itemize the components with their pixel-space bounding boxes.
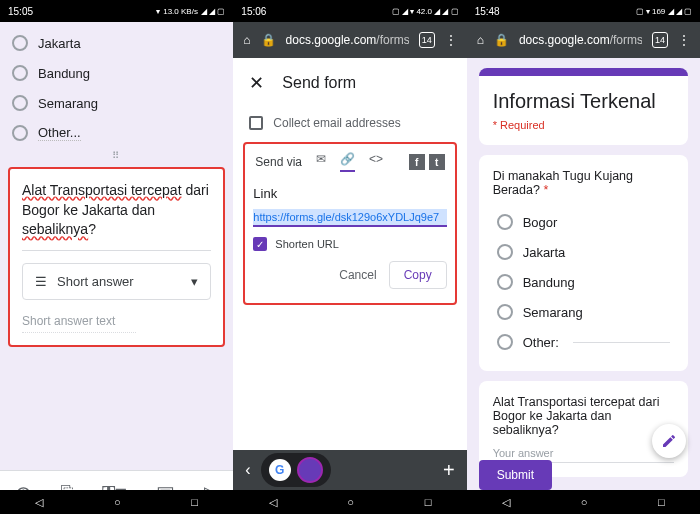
status-icons: ▢ ▾ 169 ◢ ◢ ▢: [636, 7, 692, 16]
radio-icon: [497, 334, 513, 350]
back-icon[interactable]: ◁: [502, 496, 510, 509]
question-text[interactable]: Alat Transportasi tercepat dari Bogor ke…: [22, 181, 211, 251]
shorten-url-row[interactable]: ✓ Shorten URL: [253, 237, 446, 251]
form-view-body: Informasi Terkenal * Required Di manakah…: [467, 58, 700, 514]
question-card[interactable]: Alat Transportasi tercepat dari Bogor ke…: [8, 167, 225, 347]
facebook-icon[interactable]: f: [409, 154, 425, 170]
radio-icon: [12, 95, 28, 111]
chevron-down-icon: ▾: [191, 274, 198, 289]
tab-count[interactable]: 14: [419, 32, 435, 48]
short-answer-icon: ☰: [35, 274, 47, 289]
status-icons: ▢ ◢ ▾ 42.0 ◢ ◢ ▢: [392, 7, 459, 16]
embed-icon[interactable]: <>: [369, 152, 383, 172]
home-icon[interactable]: ⌂: [243, 33, 250, 47]
send-via-row: Send via ✉ 🔗 <> f t: [253, 152, 446, 174]
form-title: Informasi Terkenal: [493, 90, 674, 113]
lock-icon: 🔒: [261, 33, 276, 47]
option-bandung[interactable]: Bandung: [493, 267, 674, 297]
url-text: docs.google.com/forms: [286, 33, 409, 47]
home-icon[interactable]: ○: [581, 496, 588, 508]
chrome-pill[interactable]: G: [261, 453, 331, 487]
short-answer-placeholder: Short answer text: [22, 314, 136, 333]
close-icon[interactable]: ✕: [249, 72, 264, 94]
submit-button[interactable]: Submit: [479, 460, 552, 490]
link-actions: Cancel Copy: [253, 261, 446, 289]
collect-emails-row[interactable]: Collect email addresses: [233, 108, 466, 138]
option-bogor[interactable]: Bogor: [493, 207, 674, 237]
google-icon: G: [269, 459, 291, 481]
link-label: Link: [253, 186, 446, 201]
lock-icon: 🔒: [494, 33, 509, 47]
menu-icon[interactable]: ⋮: [445, 33, 457, 47]
required-note: * Required: [493, 119, 674, 131]
recent-icon[interactable]: □: [191, 496, 198, 508]
back-icon[interactable]: ◁: [35, 496, 43, 509]
plus-icon[interactable]: +: [443, 459, 455, 482]
option-jakarta[interactable]: Jakarta: [8, 28, 225, 58]
other-input-line[interactable]: [573, 342, 670, 343]
checkbox-icon: [249, 116, 263, 130]
radio-icon: [12, 125, 28, 141]
option-bandung[interactable]: Bandung: [8, 58, 225, 88]
status-bar: 15:48 ▢ ▾ 169 ◢ ◢ ▢: [467, 0, 700, 22]
home-icon[interactable]: ⌂: [477, 33, 484, 47]
question-1-card: Di manakah Tugu Kujang Berada? * Bogor J…: [479, 155, 688, 371]
panel-send-form: 15:06 ▢ ◢ ▾ 42.0 ◢ ◢ ▢ ⌂ 🔒 docs.google.c…: [233, 0, 466, 514]
chrome-bottom-bar: ‹ G +: [233, 450, 466, 490]
back-icon[interactable]: ◁: [269, 496, 277, 509]
clock: 15:06: [241, 6, 266, 17]
option-other[interactable]: Other...: [8, 118, 225, 148]
android-nav: ◁ ○ □: [233, 490, 466, 514]
status-bar: 15:06 ▢ ◢ ▾ 42.0 ◢ ◢ ▢: [233, 0, 466, 22]
twitter-icon[interactable]: t: [429, 154, 445, 170]
send-form-header: ✕ Send form: [233, 58, 466, 108]
menu-icon[interactable]: ⋮: [678, 33, 690, 47]
send-via-label: Send via: [255, 155, 302, 169]
copy-button[interactable]: Copy: [389, 261, 447, 289]
chevron-left-icon[interactable]: ‹: [245, 461, 250, 479]
question-1-text: Di manakah Tugu Kujang Berada? *: [493, 169, 674, 197]
status-bar: 15:05 ▾ 13.0 KB/s ◢ ◢ ▢: [0, 0, 233, 22]
status-icons: ▾ 13.0 KB/s ◢ ◢ ▢: [156, 7, 225, 16]
link-url-input[interactable]: https://forms.gle/dsk129o6xYDLJq9e7: [253, 209, 446, 227]
cancel-button[interactable]: Cancel: [339, 268, 376, 282]
tab-count[interactable]: 14: [652, 32, 668, 48]
radio-icon: [12, 35, 28, 51]
options-list: Jakarta Bandung Semarang Other...: [8, 28, 225, 148]
radio-icon: [497, 304, 513, 320]
recent-icon[interactable]: □: [658, 496, 665, 508]
link-icon[interactable]: 🔗: [340, 152, 355, 172]
email-icon[interactable]: ✉: [316, 152, 326, 172]
browser-urlbar[interactable]: ⌂ 🔒 docs.google.com/forms 14 ⋮: [467, 22, 700, 58]
question-type-dropdown[interactable]: ☰Short answer ▾: [22, 263, 211, 300]
social-icons: f t: [409, 154, 445, 170]
question-2-text: Alat Transportasi tercepat dari Bogor ke…: [493, 395, 674, 437]
url-text: docs.google.com/forms: [519, 33, 642, 47]
dropdown-label: Short answer: [57, 274, 134, 289]
radio-icon: [497, 214, 513, 230]
radio-icon: [12, 65, 28, 81]
option-semarang[interactable]: Semarang: [8, 88, 225, 118]
panel-form-edit: 15:05 ▾ 13.0 KB/s ◢ ◢ ▢ Jakarta Bandung …: [0, 0, 233, 514]
home-icon[interactable]: ○: [347, 496, 354, 508]
option-other[interactable]: Other:: [493, 327, 674, 357]
form-header-card: Informasi Terkenal * Required: [479, 68, 688, 145]
panel-form-view: 15:48 ▢ ▾ 169 ◢ ◢ ▢ ⌂ 🔒 docs.google.com/…: [467, 0, 700, 514]
drag-handle-icon[interactable]: ⠿: [8, 148, 225, 163]
home-icon[interactable]: ○: [114, 496, 121, 508]
recent-icon[interactable]: □: [425, 496, 432, 508]
clock: 15:05: [8, 6, 33, 17]
app-icon: [297, 457, 323, 483]
option-jakarta[interactable]: Jakarta: [493, 237, 674, 267]
android-nav: ◁ ○ □: [0, 490, 233, 514]
shorten-label: Shorten URL: [275, 238, 339, 250]
edit-fab[interactable]: [652, 424, 686, 458]
android-nav: ◁ ○ □: [467, 490, 700, 514]
radio-icon: [497, 274, 513, 290]
collect-label: Collect email addresses: [273, 116, 400, 130]
send-via-section: Send via ✉ 🔗 <> f t Link https://forms.g…: [243, 142, 456, 305]
browser-urlbar[interactable]: ⌂ 🔒 docs.google.com/forms 14 ⋮: [233, 22, 466, 58]
option-semarang[interactable]: Semarang: [493, 297, 674, 327]
clock: 15:48: [475, 6, 500, 17]
form-edit-body: Jakarta Bandung Semarang Other... ⠿ Alat…: [0, 22, 233, 470]
